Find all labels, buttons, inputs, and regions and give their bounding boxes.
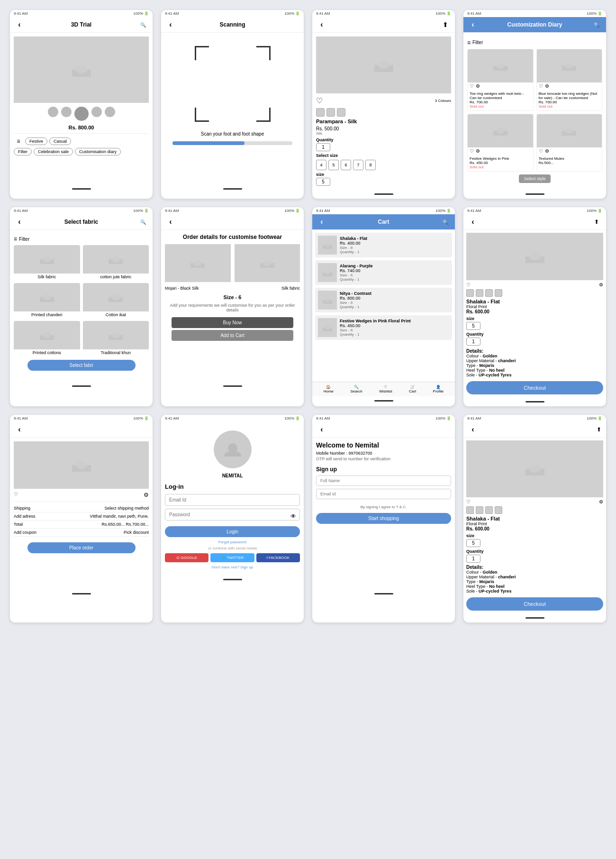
back-button-11[interactable] — [317, 425, 326, 434]
google-button[interactable]: G GOOGLE — [165, 553, 208, 562]
nav-wishlist[interactable]: ♡Wishlist — [379, 385, 392, 393]
twitter-button[interactable]: 🐦 TWITTER — [210, 553, 254, 562]
swatch-8-3[interactable] — [485, 289, 493, 297]
search-button-5[interactable] — [138, 217, 148, 227]
size-4[interactable]: 4 — [316, 160, 326, 170]
chip-casual[interactable]: Casual — [49, 137, 71, 145]
diary-info-1: Toe ring wedges with muti belo - Can be … — [468, 90, 533, 110]
fabric-chanderi[interactable]: Printed chanderi — [14, 283, 80, 318]
chip-filter[interactable]: Filter — [14, 148, 32, 155]
place-order-button[interactable]: Place order — [27, 542, 136, 553]
share-button-8[interactable]: ⬆ — [592, 217, 601, 227]
swatch-2[interactable] — [326, 108, 335, 117]
fullname-input[interactable] — [316, 475, 451, 486]
chip-customisation[interactable]: Customisation diary — [75, 148, 121, 155]
wishlist-12[interactable] — [466, 499, 471, 504]
back-button-3[interactable] — [317, 20, 326, 29]
swatch-12-3[interactable] — [485, 506, 493, 514]
search-button-4[interactable] — [592, 20, 601, 29]
back-button-12[interactable] — [468, 425, 478, 434]
customize-9[interactable]: ⚙ — [144, 492, 149, 498]
swatch-12-4[interactable] — [495, 506, 502, 514]
back-button-1[interactable] — [15, 20, 24, 29]
password-input[interactable] — [165, 509, 300, 521]
chip-festive[interactable]: Festive — [25, 137, 47, 145]
product-name-12: Shalaka - Flat — [466, 516, 603, 521]
nav-profile[interactable]: 👤Profile — [433, 385, 444, 393]
checkout-button[interactable]: Checkout — [466, 381, 603, 394]
wish-3[interactable] — [470, 148, 474, 154]
filter-icon-5[interactable] — [14, 236, 17, 242]
size-8[interactable]: 8 — [365, 160, 376, 170]
buy-now-button[interactable]: Buy Now — [172, 317, 293, 328]
fabric-ikat[interactable]: Cotton ikat — [83, 283, 149, 318]
diary-card-3: ⚙ Festive Wedges in Pink Rs. 450.00 Sold… — [467, 114, 534, 172]
forget-password-link[interactable]: Forget password — [165, 540, 300, 544]
diary-actions-1: ⚙ — [468, 82, 533, 90]
size-7[interactable]: 7 — [353, 160, 363, 170]
customize-4[interactable]: ⚙ — [545, 148, 549, 154]
nav-home[interactable]: 🏠Home — [324, 385, 334, 393]
select-style-button[interactable]: Select style — [519, 174, 550, 183]
cart-item-4: Festive Wedges in Pink Floral Print Rs. … — [315, 315, 452, 340]
filter-icon-4[interactable] — [467, 38, 471, 46]
back-button-9[interactable] — [15, 425, 24, 434]
select-fabric-button[interactable]: Select fabri — [27, 360, 136, 371]
back-button-5[interactable] — [15, 217, 24, 227]
email-input-signup[interactable] — [316, 489, 451, 499]
wishlist-9[interactable] — [14, 492, 18, 498]
back-button-6[interactable] — [166, 217, 175, 227]
diary-name-2: Blue brocade toe-ring wedges (Not for sa… — [539, 91, 600, 100]
customize-btn-8[interactable]: ⚙ — [599, 282, 603, 287]
signup-link[interactable]: Don't have one? Sign up — [165, 565, 300, 569]
colors-count: 3 Colours — [435, 99, 451, 103]
email-input[interactable] — [165, 494, 300, 506]
add-to-cart-button-6[interactable]: Add to Cart — [172, 330, 293, 341]
share-button-3[interactable]: ⬆ — [441, 20, 450, 29]
chip-celebration[interactable]: Celebration sale — [34, 148, 73, 155]
back-button-2[interactable] — [166, 20, 175, 29]
swatch-8-2[interactable] — [476, 289, 483, 297]
diary-status-3: Sold out — [470, 165, 531, 169]
fabric-silk[interactable]: Silk fabric — [14, 245, 80, 280]
swatch-1[interactable] — [316, 108, 325, 117]
eye-icon[interactable]: 👁 — [290, 513, 296, 520]
back-button-8[interactable] — [468, 217, 478, 227]
fabric-printed-cottons[interactable]: Printed cottons — [14, 321, 80, 356]
customize-1[interactable]: ⚙ — [476, 83, 480, 89]
customize-12[interactable]: ⚙ — [599, 499, 603, 504]
login-button[interactable]: Login — [165, 526, 300, 537]
search-button-7[interactable] — [441, 217, 450, 227]
customize-2[interactable]: ⚙ — [545, 83, 549, 89]
swatch-12-2[interactable] — [476, 506, 483, 514]
customize-3[interactable]: ⚙ — [476, 148, 480, 154]
battery-10: 100% 🔋 — [284, 416, 300, 420]
cart-item-img-4 — [318, 318, 337, 337]
back-button-7[interactable] — [317, 217, 326, 227]
swatch-12-1[interactable] — [466, 506, 474, 514]
share-button-12[interactable]: ⬆ — [597, 426, 601, 433]
wish-1[interactable] — [470, 83, 474, 89]
qty-input-3[interactable] — [316, 143, 330, 151]
checkout-button-12[interactable]: Checkout — [466, 597, 603, 611]
back-button-4[interactable] — [468, 20, 478, 29]
start-shopping-button[interactable]: Start shopping — [316, 513, 451, 524]
swatch-3[interactable] — [337, 108, 345, 117]
nav-cart[interactable]: 🛒Cart — [409, 385, 416, 393]
fabric-cotton-jute[interactable]: cotton jute fabric — [83, 245, 149, 280]
wish-2[interactable] — [539, 83, 543, 89]
battery-2: 100% 🔋 — [284, 11, 300, 16]
fabric-khun[interactable]: Traditional khun — [83, 321, 149, 356]
facebook-button[interactable]: f FACEBOOK — [256, 553, 300, 562]
detail-material: Upper Material - chanderi — [466, 358, 603, 363]
wishlist-button-3[interactable] — [316, 96, 323, 105]
nav-search[interactable]: 🔍Search — [350, 385, 362, 393]
filter-icon-1[interactable] — [14, 137, 23, 146]
swatch-8-1[interactable] — [466, 289, 474, 297]
swatch-8-4[interactable] — [495, 289, 502, 297]
size-6[interactable]: 6 — [341, 160, 351, 170]
search-button-1[interactable] — [138, 20, 148, 29]
size-5[interactable]: 5 — [328, 160, 339, 170]
wishlist-button-8[interactable] — [466, 282, 471, 287]
wish-4[interactable] — [539, 148, 543, 154]
